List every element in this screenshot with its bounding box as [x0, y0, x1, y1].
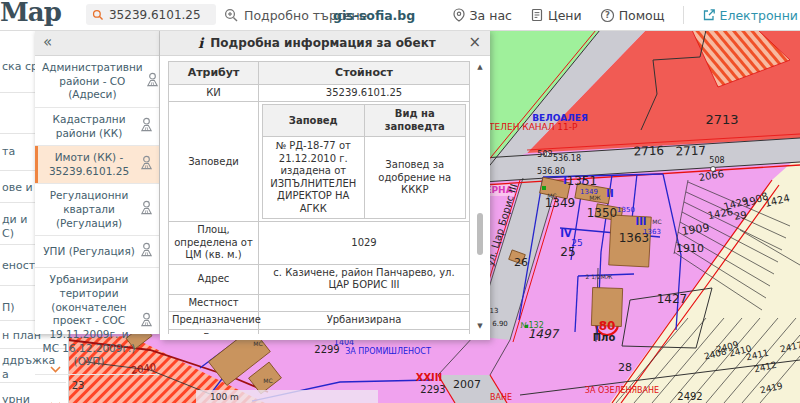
value-column-header: Стойност: [259, 62, 470, 85]
menu-item-fragment[interactable]: С): [2, 227, 14, 240]
nav-divider: [683, 6, 684, 24]
attribute-value: [259, 294, 470, 312]
attribute-name: Предназначение: [169, 312, 259, 330]
sidebar-layer-item[interactable]: Регулационни квартали (Регулация): [35, 184, 159, 236]
attribute-name: Площ, определена от ЦМ (кв. м.): [169, 222, 259, 265]
sidebar-layer-item[interactable]: УПИ (Регулация): [35, 236, 159, 268]
brand-link[interactable]: gis-sofia.bg: [333, 0, 415, 30]
layer-label: Регулационни квартали (Регулация): [42, 189, 136, 230]
attribute-value: Урбанизирана: [259, 312, 470, 330]
locate-layer-icon[interactable]: [136, 311, 156, 332]
attribute-name: КИ: [169, 84, 259, 102]
menu-item-fragment[interactable]: а: [2, 368, 9, 381]
table-header-row: Атрибут Стойност: [169, 62, 470, 85]
menu-item-fragment[interactable]: та: [2, 145, 15, 158]
layer-label: Кадастрални райони (КК): [42, 113, 136, 140]
locate-layer-icon[interactable]: [136, 199, 156, 220]
help-icon: ?: [600, 8, 615, 23]
menu-item-fragment[interactable]: П): [2, 301, 15, 314]
map-label: 6.90: [492, 320, 508, 328]
info-panel-header: i Подробна информация за обект ×: [160, 30, 490, 56]
nav-help[interactable]: ? Помощ: [600, 8, 665, 23]
locate-layer-icon[interactable]: [136, 116, 156, 137]
attribute-name: Заповеди: [169, 102, 259, 222]
map-label: 1350: [587, 206, 618, 220]
map-label: ТЕЛЕН КАНАЛ 11-Р: [488, 122, 578, 132]
layer-label: УПИ (Регулация): [42, 245, 136, 259]
menu-item-fragment[interactable]: ди и: [2, 213, 27, 226]
attribute-name: Адрес: [169, 264, 259, 294]
attribute-value: ЗаповедВид на заповедта№ РД-18-77 от 21.…: [259, 102, 470, 222]
nav-help-label: Помощ: [619, 8, 665, 23]
map-pin-icon: [452, 8, 466, 22]
nav-eservices-label: Електронни: [720, 8, 798, 23]
info-icon: i: [198, 35, 203, 51]
map-label: 2293: [420, 384, 445, 395]
top-nav: За нас Цени ? Помощ Електронни: [452, 0, 798, 30]
map-label: 1350: [617, 206, 635, 214]
nav-eservices[interactable]: Електронни: [702, 8, 798, 23]
sidebar-layer-item[interactable]: Административни райони - СО (Адреси): [35, 56, 159, 108]
locate-layer-icon[interactable]: [136, 241, 156, 262]
map-label: 2007: [453, 378, 481, 391]
layer-list: Административни райони - СО (Адреси)Када…: [35, 56, 159, 375]
map-label: 80: [599, 319, 616, 333]
app-logo[interactable]: Map: [0, 0, 61, 27]
map-label: МС: [652, 218, 661, 225]
scrollbar-thumb[interactable]: [477, 213, 483, 256]
nav-about[interactable]: За нас: [452, 8, 512, 23]
map-label: 2492: [677, 391, 702, 402]
map-label: 13: [490, 307, 499, 315]
map-label: МС: [263, 377, 272, 384]
order-cell: № РД-18-77 от 21.12.2010 г. издадена от …: [263, 137, 365, 219]
map-label: ВАНЕ: [490, 393, 512, 402]
attribute-row: ПредназначениеУрбанизирана: [169, 312, 470, 330]
sidebar-layer-item[interactable]: Кадастрални райони (КК): [35, 108, 159, 146]
layer-label: Урбанизирани територии (окончателен прое…: [42, 273, 136, 368]
map-label: 503: [537, 150, 552, 159]
close-icon[interactable]: ×: [468, 30, 481, 55]
attributes-table: Атрибут Стойност КИ35239.6101.25Заповеди…: [168, 61, 470, 334]
scroll-down-icon[interactable]: ▼: [475, 322, 485, 330]
map-scale-bar: 100 m: [196, 390, 378, 403]
attribute-row: Местност: [169, 294, 470, 312]
map-label: 1349: [545, 196, 576, 210]
search-plus-icon: [224, 8, 239, 23]
menu-item-fragment[interactable]: ове и: [2, 181, 33, 194]
map-label: XXIII: [416, 372, 443, 383]
sidebar-layer-item[interactable]: Имоти (КК) - 35239.6101.25: [35, 146, 159, 184]
orders-table: ЗаповедВид на заповедта№ РД-18-77 от 21.…: [262, 104, 466, 219]
attribute-column-header: Атрибут: [169, 62, 259, 85]
attribute-row: Адресс. Казичене, район Панчарево, ул. Ц…: [169, 264, 470, 294]
map-label: 26: [514, 256, 528, 269]
chevron-down-icon[interactable]: [50, 394, 61, 403]
nav-about-label: За нас: [470, 8, 512, 23]
locate-layer-icon[interactable]: [136, 154, 156, 175]
map-label: 2716: [633, 143, 664, 158]
layers-panel-header: «: [35, 30, 159, 56]
search-input[interactable]: [109, 8, 210, 22]
map-label: ЗА ПРОМИШЛЕНОСТ: [345, 347, 431, 356]
attribute-row: ЗаповедиЗаповедВид на заповедта№ РД-18-7…: [169, 102, 470, 222]
map-label: IV: [560, 228, 572, 239]
scroll-up-icon[interactable]: ▲: [475, 63, 485, 71]
map-label: 1497: [528, 327, 560, 341]
map-label: 28: [618, 361, 632, 374]
search-box[interactable]: [86, 4, 216, 25]
collapse-panel-button[interactable]: «: [35, 30, 60, 55]
nav-prices-label: Цени: [548, 8, 582, 23]
layer-label: Имоти (КК) - 35239.6101.25: [42, 151, 136, 178]
map-label: 23: [72, 380, 85, 391]
attribute-value: 1029: [259, 222, 470, 265]
map-label: 1910: [676, 242, 704, 255]
menu-item-fragment[interactable]: урни: [2, 393, 30, 403]
map-label: III: [635, 216, 646, 227]
sidebar-layer-item[interactable]: Урбанизирани територии (окончателен прое…: [35, 268, 159, 374]
table-scrollbar[interactable]: ▲ ▼: [475, 63, 485, 330]
map-label: II: [606, 188, 613, 199]
attributes-table-wrap: Атрибут Стойност КИ35239.6101.25Заповеди…: [168, 61, 470, 334]
layers-panel: « Административни райони - СО (Адреси)Ка…: [35, 30, 160, 334]
map-label: ЗА ОЗЕЛЕНЯВАНЕ: [585, 386, 659, 395]
nav-prices[interactable]: Цени: [530, 8, 582, 23]
menu-item-fragment[interactable]: еност: [2, 259, 35, 272]
